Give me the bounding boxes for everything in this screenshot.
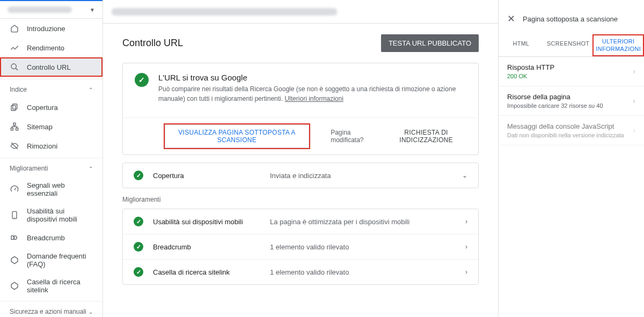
home-icon xyxy=(10,24,19,33)
copertura-card[interactable]: ✓ Copertura Inviata e indicizzata ⌄ xyxy=(122,163,479,188)
sidebar-item-label: Usabilità sui dispositivi mobili xyxy=(27,207,93,223)
sidebar-item-label: Copertura xyxy=(27,104,58,112)
url-redacted xyxy=(112,8,337,16)
sidebar-item-label: Rimozioni xyxy=(27,142,57,150)
ritem-title: Messaggi della console JavaScript xyxy=(507,122,624,130)
sidebar-item-segnali[interactable]: Segnali web essenziali xyxy=(0,176,103,202)
breadcrumb-icon xyxy=(10,233,19,242)
faq-icon xyxy=(10,255,19,265)
status-card: ✓ L'URL si trova su Google Può comparire… xyxy=(122,63,479,155)
row-label: Casella di ricerca sitelink xyxy=(153,268,260,276)
property-selector[interactable]: ▼ xyxy=(0,0,103,19)
sidebar-item-sitemap[interactable]: Sitemap xyxy=(0,117,103,136)
sidebar-item-label: Domande frequenti (FAQ) xyxy=(27,252,93,268)
svg-marker-11 xyxy=(11,256,18,263)
tab-screenshot[interactable]: SCREENSHOT xyxy=(544,34,592,56)
sidebar-item-introduzione[interactable]: Introduzione xyxy=(0,19,103,38)
test-url-button[interactable]: TESTA URL PUBBLICATO xyxy=(381,34,479,52)
sitemap-icon xyxy=(10,122,19,131)
ritem-http[interactable]: Risposta HTTP 200 OK › xyxy=(499,57,644,86)
row-sitelink[interactable]: ✓ Casella di ricerca sitelink 1 elemento… xyxy=(123,259,478,284)
request-indexing-button[interactable]: RICHIESTA DI INDICIZZAZIONE xyxy=(386,129,466,144)
svg-rect-2 xyxy=(13,104,17,109)
row-label: Breadcrumb xyxy=(153,243,260,251)
property-name-redacted xyxy=(8,6,72,13)
right-panel-title: Pagina sottoposta a scansione xyxy=(523,15,618,23)
close-icon[interactable]: ✕ xyxy=(507,13,515,25)
trend-icon xyxy=(10,43,19,53)
sitelink-icon xyxy=(10,281,19,291)
check-circle-icon: ✓ xyxy=(134,217,143,226)
check-circle-icon: ✓ xyxy=(134,171,143,180)
row-value: 1 elemento valido rilevato xyxy=(270,243,456,251)
chevron-down-icon: ⌄ xyxy=(89,309,93,315)
svg-rect-5 xyxy=(11,128,13,130)
svg-rect-3 xyxy=(11,106,16,110)
chevron-right-icon: › xyxy=(633,126,635,135)
sidebar-section-indice[interactable]: Indice ⌃ xyxy=(0,79,103,98)
hidden-icon xyxy=(10,141,19,151)
sidebar-item-label: Introduzione xyxy=(27,25,65,33)
right-panel: ✕ Pagina sottoposta a scansione HTML SCR… xyxy=(498,0,644,317)
status-title: L'URL si trova su Google xyxy=(158,73,459,82)
sidebar-item-usabilita[interactable]: Usabilità sui dispositivi mobili xyxy=(0,202,103,228)
svg-line-8 xyxy=(14,188,16,190)
sidebar-item-label: Casella di ricerca sitelink xyxy=(27,278,93,294)
sidebar-item-rimozioni[interactable]: Rimozioni xyxy=(0,136,103,156)
tab-html[interactable]: HTML xyxy=(499,34,544,56)
status-description: Può comparire nei risultati della Ricerc… xyxy=(158,84,459,104)
ritem-js: Messaggi della console JavaScript Dati n… xyxy=(499,116,644,145)
section-label: Indice xyxy=(10,86,27,93)
miglioramenti-card: ✓ Usabilità sui dispositivi mobili La pa… xyxy=(122,209,479,285)
copy-icon xyxy=(10,102,19,112)
section-label: Sicurezza e azioni manuali xyxy=(10,308,86,315)
view-scanned-page-button[interactable]: VISUALIZZA PAGINA SOTTOPOSTA A SCANSIONE xyxy=(165,124,309,148)
check-circle-icon: ✓ xyxy=(135,73,149,87)
sidebar-section-miglioramenti[interactable]: Miglioramenti ⌃ xyxy=(0,158,103,176)
sidebar-item-sitelink[interactable]: Casella di ricerca sitelink xyxy=(0,273,103,299)
ritem-title: Risposta HTTP xyxy=(507,63,554,71)
ritem-risorse[interactable]: Risorse della pagina Impossibile caricar… xyxy=(499,86,644,116)
ritem-sub: Impossibile caricare 32 risorse su 40 xyxy=(507,102,603,109)
svg-line-1 xyxy=(16,68,18,70)
chevron-down-icon: ▼ xyxy=(90,7,95,13)
sidebar-item-faq[interactable]: Domande frequenti (FAQ) xyxy=(0,247,103,273)
speed-icon xyxy=(10,185,19,194)
tab-more-info[interactable]: ULTERIORI INFORMAZIONI xyxy=(592,34,644,56)
sidebar-item-label: Rendimento xyxy=(27,44,64,52)
chevron-right-icon: › xyxy=(465,243,467,250)
chevron-right-icon: › xyxy=(465,268,467,276)
svg-rect-4 xyxy=(13,123,16,125)
sidebar-section-sicurezza[interactable]: Sicurezza e azioni manuali ⌄ xyxy=(0,301,103,317)
check-circle-icon: ✓ xyxy=(134,242,143,252)
chevron-right-icon: › xyxy=(633,97,635,105)
ritem-sub: Dati non disponibili nella versione indi… xyxy=(507,132,624,138)
svg-marker-12 xyxy=(11,282,18,289)
section-label: Miglioramenti xyxy=(10,165,48,172)
chevron-down-icon: ⌄ xyxy=(462,172,467,179)
svg-point-0 xyxy=(11,64,16,69)
svg-rect-6 xyxy=(16,128,18,130)
sidebar-item-controllo-url[interactable]: Controllo URL xyxy=(0,57,103,77)
chevron-right-icon: › xyxy=(465,218,467,225)
sidebar-item-rendimento[interactable]: Rendimento xyxy=(0,38,103,57)
more-info-link[interactable]: Ulteriori informazioni xyxy=(284,95,343,102)
row-label: Copertura xyxy=(153,172,260,180)
row-usabilita[interactable]: ✓ Usabilità sui dispositivi mobili La pa… xyxy=(123,209,478,234)
chevron-right-icon: › xyxy=(633,67,635,76)
main-content: Controllo URL TESTA URL PUBBLICATO ✓ L'U… xyxy=(103,0,498,317)
row-value: La pagina è ottimizzata per i dispositiv… xyxy=(270,218,456,226)
ritem-sub: 200 OK xyxy=(507,73,554,79)
sidebar-item-breadcrumb[interactable]: Breadcrumb xyxy=(0,228,103,247)
sidebar-item-label: Breadcrumb xyxy=(27,234,65,242)
sidebar: ▼ Introduzione Rendimento Controllo URL … xyxy=(0,0,103,317)
row-label: Usabilità sui dispositivi mobili xyxy=(153,218,260,226)
chevron-up-icon: ⌃ xyxy=(89,166,93,172)
sidebar-item-copertura[interactable]: Copertura xyxy=(0,98,103,117)
row-value: Inviata e indicizzata xyxy=(270,172,452,180)
page-title: Controllo URL xyxy=(122,38,183,49)
url-bar[interactable] xyxy=(103,0,498,24)
sidebar-item-label: Controllo URL xyxy=(27,63,71,71)
row-breadcrumb[interactable]: ✓ Breadcrumb 1 elemento valido rilevato … xyxy=(123,234,478,259)
chevron-up-icon: ⌃ xyxy=(89,87,93,93)
